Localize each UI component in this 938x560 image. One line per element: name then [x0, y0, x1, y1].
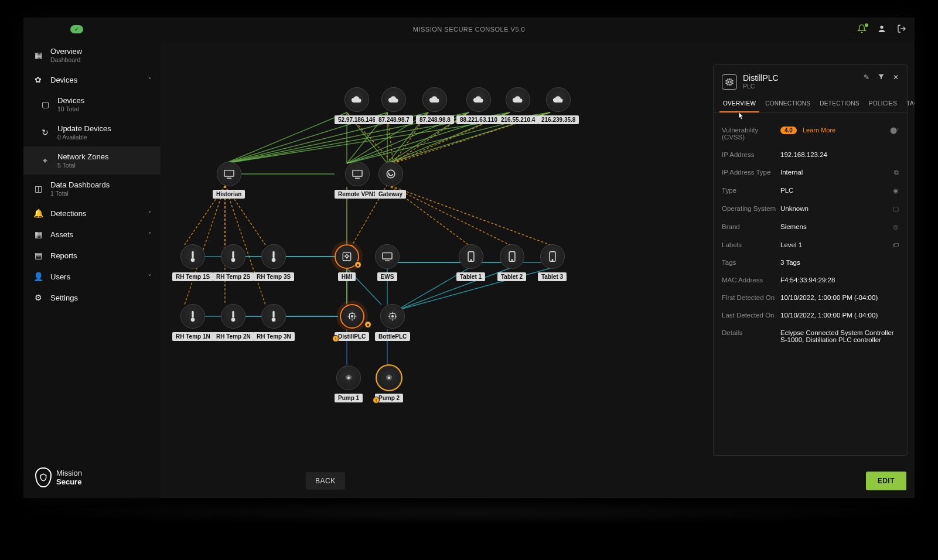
- node-tablet-1[interactable]: Tablet 1: [456, 244, 485, 281]
- sidebar-item-update-devices[interactable]: ↻ Update Devices0 Available: [23, 118, 161, 146]
- node-label: DistillPLC: [335, 332, 369, 341]
- row-type: Type PLC ◉: [722, 182, 899, 200]
- node-216-55-210-4[interactable]: 216.55.210.4: [497, 87, 538, 124]
- square-icon[interactable]: ▢: [893, 205, 899, 213]
- node-bottleplc[interactable]: BottlePLC: [375, 304, 410, 341]
- svg-rect-67: [343, 252, 351, 261]
- svg-point-0: [880, 26, 883, 29]
- status-pill: ✓: [70, 25, 83, 33]
- node-rh-temp-1s[interactable]: RH Temp 1S: [172, 244, 213, 281]
- detail-title: DistillPLC: [743, 73, 779, 83]
- nav-label: Settings: [50, 293, 78, 302]
- node-label: RH Temp 3N: [253, 332, 295, 341]
- node-icon: [180, 304, 205, 329]
- node-ews[interactable]: EWS: [375, 244, 400, 281]
- node-label: Pump 1: [335, 394, 363, 402]
- chip-icon: [722, 74, 737, 90]
- bell-icon[interactable]: [857, 24, 867, 35]
- node-pump-1[interactable]: Pump 1: [335, 366, 363, 402]
- reflection: [0, 501, 938, 525]
- svg-rect-58: [353, 170, 362, 176]
- node-88-221-63-110[interactable]: 88.221.63.110: [456, 87, 501, 124]
- back-button[interactable]: BACK: [306, 472, 345, 490]
- nav-sublabel: 1 Total: [50, 190, 110, 197]
- chevron-icon: ˅: [148, 210, 151, 217]
- svg-rect-69: [383, 253, 392, 259]
- row-iptype: IP Address Type Internal ⧉: [722, 163, 899, 182]
- node-label: RH Temp 2S: [213, 272, 254, 281]
- nav-sublabel: 5 Total: [57, 162, 108, 169]
- node-icon: [180, 244, 205, 269]
- row-labels: Labels Level 1 🏷: [722, 236, 899, 254]
- sidebar-item-reports[interactable]: ▤ Reports: [23, 245, 161, 266]
- sidebar-item-overview[interactable]: ▦ OverviewDashboard: [23, 41, 161, 69]
- sidebar-item-settings[interactable]: ⚙ Settings: [23, 287, 161, 308]
- row-last: Last Detected On 10/10/2022, 1:00:00 PM …: [722, 306, 899, 324]
- node-icon: [459, 244, 483, 269]
- info-icon[interactable]: ◉: [893, 187, 899, 194]
- sidebar-item-devices[interactable]: ✿ Devices ˄: [23, 69, 161, 90]
- tab-detections[interactable]: DETECTIONS: [816, 95, 862, 112]
- svg-point-62: [191, 258, 195, 262]
- copy-icon[interactable]: ⧉: [894, 169, 899, 176]
- main-canvas[interactable]: 52.97.186.14687.248.98.787.248.98.888.22…: [161, 41, 915, 498]
- tab-tags[interactable]: TAGS: [903, 95, 915, 112]
- tag-icon[interactable]: 🏷: [892, 241, 899, 248]
- edit-icon[interactable]: ✎: [864, 73, 869, 82]
- node-label: 88.221.63.110: [456, 115, 501, 124]
- sidebar-item-detections[interactable]: 🔔 Detections ˅: [23, 203, 161, 224]
- node-pump-2[interactable]: !Pump 2: [375, 366, 403, 402]
- sidebar-item-users[interactable]: 👤 Users ˅: [23, 266, 161, 287]
- tab-overview[interactable]: OVERVIEW: [719, 95, 759, 112]
- svg-rect-81: [273, 311, 275, 318]
- svg-rect-61: [192, 251, 193, 258]
- node-icon: [381, 87, 406, 112]
- edit-button[interactable]: EDIT: [866, 472, 906, 490]
- node-remote-vpn1[interactable]: Remote VPN1: [335, 162, 380, 199]
- node-87-248-98-8[interactable]: 87.248.98.8: [416, 87, 454, 124]
- node-label: Tablet 1: [456, 272, 485, 281]
- sidebar-item-assets[interactable]: ▦ Assets ˅: [23, 224, 161, 245]
- node-rh-temp-3n[interactable]: RH Temp 3N: [253, 304, 295, 341]
- svg-point-78: [191, 318, 195, 322]
- chevron-icon: ˅: [148, 274, 151, 280]
- node-icon: [344, 87, 369, 112]
- node-distillplc[interactable]: !●DistillPLC: [335, 304, 369, 341]
- node-historian[interactable]: Historian: [213, 162, 245, 199]
- cvss-chip: 4.0: [780, 127, 797, 134]
- svg-point-72: [470, 259, 472, 261]
- nav-icon: 👤: [33, 272, 43, 281]
- logout-icon[interactable]: [897, 24, 906, 35]
- node-label: Historian: [213, 190, 245, 199]
- tab-policies[interactable]: POLICIES: [865, 95, 901, 112]
- node-label: Gateway: [375, 190, 406, 199]
- node-216-239-35-8[interactable]: 216.239.35.8: [538, 87, 579, 124]
- sidebar-item-devices[interactable]: ▢ Devices10 Total: [23, 90, 161, 118]
- learn-more-link[interactable]: Learn More: [803, 127, 835, 134]
- node-icon: [380, 304, 405, 329]
- node-rh-temp-2n[interactable]: RH Temp 2N: [213, 304, 254, 341]
- nav-label: Network Zones: [57, 152, 108, 161]
- sidebar-item-network-zones[interactable]: ⌖ Network Zones5 Total: [23, 146, 161, 175]
- user-icon[interactable]: [877, 24, 886, 35]
- row-os: Operating System Unknown ▢: [722, 200, 899, 218]
- svg-point-90: [392, 316, 394, 317]
- sidebar-item-data-dashboards[interactable]: ◫ Data Dashboards1 Total: [23, 175, 161, 203]
- node-87-248-98-7[interactable]: 87.248.98.7: [375, 87, 413, 124]
- node-52-97-186-146[interactable]: 52.97.186.146: [335, 87, 379, 124]
- node-tablet-2[interactable]: Tablet 2: [497, 244, 526, 281]
- target-icon[interactable]: ◎: [893, 223, 899, 231]
- close-icon[interactable]: ✕: [893, 73, 899, 82]
- nav-icon: ▦: [33, 230, 43, 239]
- node-rh-temp-3s[interactable]: RH Temp 3S: [253, 244, 294, 281]
- node-gateway[interactable]: Gateway: [375, 162, 406, 199]
- node-tablet-3[interactable]: Tablet 3: [538, 244, 567, 281]
- nav-label: Overview: [50, 47, 82, 56]
- tab-connections[interactable]: CONNECTIONS: [762, 95, 814, 112]
- nav-icon: ▢: [40, 100, 50, 109]
- node-hmi[interactable]: ●HMI: [335, 244, 359, 281]
- svg-rect-97: [727, 80, 732, 84]
- filter-icon[interactable]: [878, 73, 885, 82]
- node-rh-temp-2s[interactable]: RH Temp 2S: [213, 244, 254, 281]
- node-rh-temp-1n[interactable]: RH Temp 1N: [172, 304, 214, 341]
